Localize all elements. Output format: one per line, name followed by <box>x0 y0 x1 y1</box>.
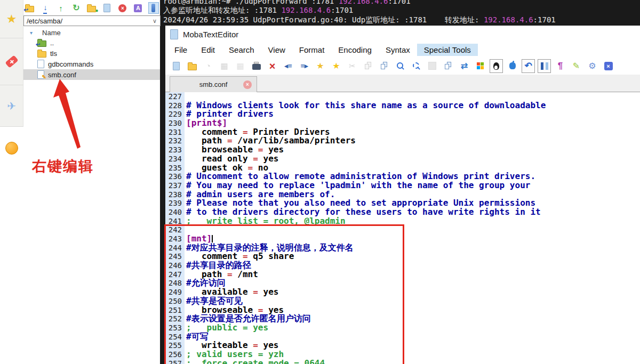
chevron-down-icon[interactable]: ∨ <box>153 18 157 25</box>
new-folder-button[interactable]: ● <box>86 2 97 14</box>
apple-button[interactable] <box>506 59 519 73</box>
properties-button[interactable] <box>148 2 159 14</box>
new-file-button[interactable] <box>102 2 113 14</box>
save-as-button[interactable]: ▦ <box>234 59 247 73</box>
parent-folder-button[interactable]: ↩ <box>25 2 35 14</box>
sidebar-tab-sftp-browser[interactable] <box>0 127 23 169</box>
upload-icon: ↑ <box>59 4 63 12</box>
windows-icon <box>477 62 484 70</box>
properties-icon <box>151 4 155 12</box>
cut-button[interactable]: ✂ <box>346 59 359 73</box>
line-number: 230 <box>165 119 185 128</box>
tab-smbconf[interactable]: smb.conf × <box>170 76 257 92</box>
menu-edit[interactable]: Edit <box>194 44 222 56</box>
print-icon <box>252 62 261 70</box>
line-number: 239 <box>165 199 185 208</box>
print-button[interactable] <box>250 59 263 73</box>
word-wrap-icon <box>541 62 548 70</box>
bookmark-button[interactable]: ★ <box>330 59 343 73</box>
line-number: 228 <box>165 101 185 110</box>
line-number: 235 <box>165 164 185 173</box>
upload-button[interactable]: ↑ <box>55 2 66 14</box>
open-folder-icon <box>188 62 197 70</box>
sidebar-tab-macros[interactable]: ✈ <box>0 85 23 127</box>
download-icon: ↓ <box>43 3 47 14</box>
menu-special-tools[interactable]: Special Tools <box>417 44 478 56</box>
paste-button[interactable] <box>378 59 391 73</box>
save-button[interactable]: ▦ <box>218 59 231 73</box>
history-button[interactable]: ◔ <box>202 59 215 73</box>
save-as-icon: ▦ <box>236 62 244 70</box>
orange-ball-icon <box>5 142 18 155</box>
placeholder-button[interactable] <box>426 59 439 73</box>
linux-button[interactable] <box>490 59 503 73</box>
replace-button[interactable] <box>410 59 423 73</box>
bookmark-add-button[interactable]: ★ <box>314 59 327 73</box>
tree-item-gdbcommands[interactable]: gdbcommands <box>23 59 160 69</box>
tree-item-smbconf[interactable]: ✎smb.conf <box>23 69 160 80</box>
path-value: /etc/samba/ <box>27 17 62 25</box>
sidebar-strip: ★✈ <box>0 0 23 364</box>
copy-button[interactable] <box>362 59 375 73</box>
folder-icon <box>37 49 46 58</box>
path-combobox[interactable]: /etc/samba/ ∨ <box>23 15 161 26</box>
search-button[interactable] <box>394 59 407 73</box>
exit-icon: × <box>604 62 613 70</box>
new-file-icon <box>103 4 110 12</box>
menu-format[interactable]: Format <box>292 44 332 56</box>
menu-view[interactable]: View <box>261 44 292 56</box>
undo-button[interactable]: ↶ <box>522 59 535 73</box>
delete-icon: × <box>118 4 126 12</box>
terminal-line: root@armbian:~# ./udpPortForward :1781 1… <box>163 0 411 5</box>
sync-button[interactable]: ⇄ <box>458 59 471 73</box>
line-number: 240 <box>165 208 185 217</box>
bookmark-add-icon: ★ <box>316 62 324 70</box>
rename-button[interactable]: A <box>133 2 143 14</box>
indent-button[interactable]: ≡▸ <box>298 59 311 73</box>
close-file-button[interactable]: × <box>266 59 279 73</box>
compare-button[interactable] <box>442 59 455 73</box>
paper-plane-icon: ✈ <box>7 101 16 111</box>
delete-button[interactable]: × <box>117 2 128 14</box>
tab-close-icon[interactable]: × <box>243 80 252 89</box>
open-folder-button[interactable] <box>186 59 199 73</box>
menu-search[interactable]: Search <box>222 44 261 56</box>
settings-button[interactable]: ⚙ <box>586 59 599 73</box>
sync-icon: ⇄ <box>461 62 468 70</box>
sidebar-tab-sessions[interactable]: ★ <box>0 0 23 38</box>
pilcrow-icon: ¶ <box>558 61 563 70</box>
tree-item-label: smb.conf <box>48 71 76 79</box>
sidebar-tab-tools[interactable] <box>0 38 23 85</box>
refresh-button[interactable]: ↻ <box>71 2 82 14</box>
line-number: 236 <box>165 172 185 181</box>
pilcrow-button[interactable]: ¶ <box>554 59 567 73</box>
annotation-text: 右键编辑 <box>32 157 94 176</box>
swiss-knife-icon <box>6 58 18 65</box>
line-number: 237 <box>165 181 185 190</box>
editor-title-bar: MobaTextEditor <box>165 26 640 43</box>
tree-item-[interactable]: ↩.. <box>23 37 160 48</box>
tree-item-tls[interactable]: tls <box>23 48 160 59</box>
menu-encoding[interactable]: Encoding <box>331 44 379 56</box>
new-file-button[interactable] <box>170 59 183 73</box>
exit-button[interactable]: × <box>602 59 615 73</box>
search-icon <box>396 62 404 70</box>
menu-syntax[interactable]: Syntax <box>379 44 417 56</box>
code-line-229[interactable]: 229# printer drivers <box>165 110 640 119</box>
unindent-button[interactable]: ◂≡ <box>282 59 295 73</box>
tree-header-name[interactable]: ▾ Name <box>23 28 160 37</box>
download-button[interactable]: ↓ <box>40 2 51 14</box>
file-tree: ▾ Name ↩..tlsgdbcommands✎smb.conf <box>23 28 160 80</box>
menu-file[interactable]: File <box>167 44 194 56</box>
cut-icon: ✂ <box>349 62 356 70</box>
paste-icon <box>380 62 388 70</box>
file-browser-toolbar: ↩↓↑↻●×A <box>25 1 159 15</box>
parent-folder-icon: ↩ <box>25 4 34 12</box>
line-number: 231 <box>165 128 185 137</box>
sort-arrow-icon: ▾ <box>30 30 33 36</box>
highlighter-button[interactable]: ✎ <box>570 59 583 73</box>
file-icon <box>37 60 44 68</box>
editor-app-icon <box>170 29 178 39</box>
word-wrap-button[interactable] <box>538 59 551 73</box>
windows-button[interactable] <box>474 59 487 73</box>
